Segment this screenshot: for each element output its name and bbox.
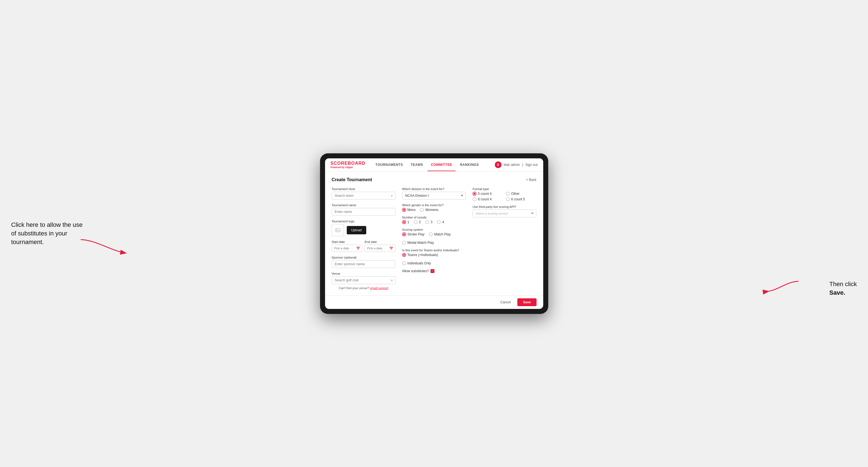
format-6count5-radio[interactable] <box>506 197 510 201</box>
rounds-4[interactable]: 4 <box>437 220 444 224</box>
scoring-stroke-label: Stroke Play <box>407 232 425 236</box>
division-label: Which division is the event for? <box>402 187 466 191</box>
venue-help-text: Can't find your venue? email support <box>332 286 396 290</box>
image-icon <box>335 227 341 233</box>
teams-plus-radio[interactable] <box>402 253 406 257</box>
avatar: B <box>495 161 501 168</box>
rounds-3-label: 3 <box>431 220 432 224</box>
tournament-logo-label: Tournament logo <box>332 220 396 223</box>
scoring-stroke[interactable]: Stroke Play <box>402 232 425 236</box>
rounds-1-radio[interactable] <box>402 220 406 224</box>
gender-womens-label: Womens <box>425 208 438 212</box>
teams-plus-individuals[interactable]: Teams (+Individuals) <box>402 253 438 257</box>
nav-committee[interactable]: COMMITTEE <box>428 159 456 171</box>
annotation-right: Then click Save. <box>829 280 857 297</box>
upload-button[interactable]: Upload <box>347 226 366 234</box>
scoring-field: Scoring system Stroke Play Match Play <box>402 228 466 245</box>
tournament-name-field: Tournament name <box>332 204 396 216</box>
rounds-4-radio[interactable] <box>437 220 441 224</box>
calendar-icon: 📅 <box>356 246 360 250</box>
scoring-medal-radio[interactable] <box>402 241 406 245</box>
gender-mens-label: Mens <box>407 208 415 212</box>
rounds-3-radio[interactable] <box>425 220 429 224</box>
rounds-3[interactable]: 3 <box>425 220 432 224</box>
format-other-radio[interactable] <box>506 192 510 196</box>
nav-links: TOURNAMENTS TEAMS COMMITTEE RANKINGS <box>372 159 495 171</box>
rounds-field: Number of rounds 1 2 <box>402 216 466 224</box>
gender-womens-radio[interactable] <box>420 208 424 212</box>
scoring-api-field: Use third-party live scoring API? Select… <box>472 205 536 217</box>
logo-block: SCOREBOARD Powered by clippd <box>331 161 366 169</box>
nav-separator: | <box>522 163 523 167</box>
tournament-name-input[interactable] <box>332 208 396 216</box>
teams-plus-label: Teams (+Individuals) <box>407 253 438 257</box>
tournament-host-input[interactable] <box>332 192 396 199</box>
scoring-match-radio[interactable] <box>429 232 433 236</box>
scoring-stroke-radio[interactable] <box>402 232 406 236</box>
format-5count4-label: 5 count 4 <box>478 192 492 196</box>
back-button[interactable]: Back <box>526 178 536 182</box>
scoring-api-label: Use third-party live scoring API? <box>472 205 536 209</box>
rounds-label: Number of rounds <box>402 216 466 219</box>
rounds-1-label: 1 <box>407 220 409 224</box>
nav-tournaments[interactable]: TOURNAMENTS <box>372 159 406 171</box>
arrow-left-icon <box>78 237 128 256</box>
svg-point-1 <box>337 229 337 230</box>
annotation-right-line2: Save. <box>829 289 845 296</box>
nav-bar: SCOREBOARD Powered by clippd TOURNAMENTS… <box>325 158 543 172</box>
substitutes-label: Allow substitutes? <box>402 269 429 273</box>
annotation-right-line1: Then click <box>829 281 857 287</box>
nav-rankings[interactable]: RANKINGS <box>457 159 482 171</box>
bottom-bar: Cancel Save <box>325 295 543 309</box>
annotation-left: Click here to allow the use of substitut… <box>11 221 84 246</box>
scoring-medal[interactable]: Medal Match Play <box>402 241 434 245</box>
teams-field: Is this event for Teams and/or Individua… <box>402 249 466 265</box>
scoring-match[interactable]: Match Play <box>429 232 451 236</box>
venue-email-link[interactable]: email support <box>370 286 389 290</box>
start-date-label: Start date <box>332 240 363 244</box>
scoring-medal-label: Medal Match Play <box>407 241 434 245</box>
gender-womens[interactable]: Womens <box>420 208 438 212</box>
division-select[interactable]: NCAA Division I <box>402 192 466 199</box>
format-6count4-radio[interactable] <box>472 197 476 201</box>
rounds-1[interactable]: 1 <box>402 220 409 224</box>
form-left-col: Tournament Host ▼ Tournament name Tourna <box>332 187 396 290</box>
format-6count4[interactable]: 6 count 4 <box>472 197 503 201</box>
logo-scoreboard: SCOREBOARD <box>331 161 366 165</box>
arrow-right-icon <box>765 279 801 294</box>
cancel-button[interactable]: Cancel <box>496 299 515 306</box>
rounds-2[interactable]: 2 <box>414 220 421 224</box>
format-6count5[interactable]: 6 count 5 <box>506 197 536 201</box>
substitutes-field: Allow substitutes? ✓ <box>402 269 466 273</box>
gender-mens[interactable]: Mens <box>402 208 415 212</box>
format-type-field: Format type 5 count 4 Other <box>472 187 536 201</box>
gender-radio-group: Mens Womens <box>402 208 466 212</box>
gender-mens-radio[interactable] <box>402 208 406 212</box>
tournament-name-label: Tournament name <box>332 204 396 207</box>
svg-rect-0 <box>336 228 340 232</box>
individuals-only[interactable]: Individuals Only <box>402 261 431 265</box>
individuals-only-radio[interactable] <box>402 261 406 265</box>
logo-image-placeholder <box>332 224 344 236</box>
save-button[interactable]: Save <box>517 298 536 306</box>
format-other[interactable]: Other <box>506 192 536 196</box>
venue-input[interactable] <box>332 276 396 284</box>
format-5count4-radio[interactable] <box>472 192 476 196</box>
nav-signout[interactable]: Sign out <box>525 163 537 167</box>
format-5count4[interactable]: 5 count 4 <box>472 192 503 196</box>
page-content: Create Tournament Back Tournament Host ▼ <box>325 172 543 295</box>
sponsor-label: Sponsor (optional) <box>332 256 396 259</box>
nav-teams[interactable]: TEAMS <box>407 159 427 171</box>
sponsor-input[interactable] <box>332 260 396 268</box>
tournament-logo-field: Tournament logo Upload <box>332 220 396 236</box>
format-6count5-label: 6 count 5 <box>511 197 525 201</box>
rounds-2-radio[interactable] <box>414 220 418 224</box>
logo-score-text: SCOREBOARD <box>331 161 366 165</box>
venue-field: Venue ▼ Can't find your venue? email sup… <box>332 272 396 290</box>
substitutes-checkbox-label[interactable]: Allow substitutes? ✓ <box>402 269 466 273</box>
teams-label: Is this event for Teams and/or Individua… <box>402 249 466 252</box>
substitutes-checkbox[interactable]: ✓ <box>431 269 434 273</box>
scoring-api-select[interactable]: Select a scoring service <box>472 210 536 217</box>
gender-label: Which gender is the event for? <box>402 204 466 207</box>
search-icon: ▼ <box>391 194 393 197</box>
